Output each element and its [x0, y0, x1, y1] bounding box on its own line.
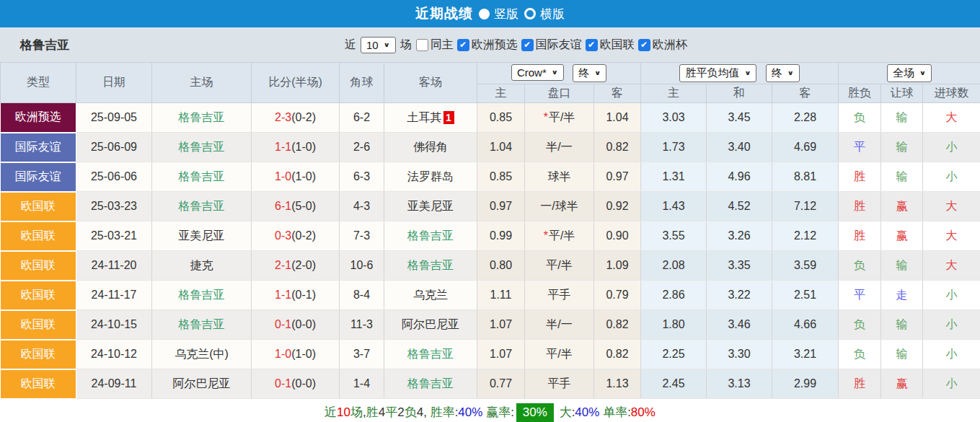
mean-lose-cell: 2.99 — [772, 369, 839, 399]
chevron-down-icon: ∨ — [594, 69, 601, 76]
mean-win-cell: 2.86 — [641, 281, 707, 310]
date-cell: 25-06-06 — [76, 162, 152, 192]
layout-radio-selected[interactable]: 竖版 — [479, 6, 518, 22]
recent-results-panel: 近期战绩 竖版横版 格鲁吉亚 近 10 ∨ 场 同主✔欧洲预选✔国际友谊✔欧国联… — [0, 0, 980, 422]
header-type: 类型 — [1, 63, 76, 103]
date-cell: 24-10-15 — [76, 310, 152, 340]
away-odds-cell: 0.97 — [594, 162, 641, 192]
scope-select[interactable]: 全场∨ — [887, 64, 932, 82]
type-cell: 欧国联 — [1, 310, 76, 340]
result-goals-value: 大 — [946, 229, 958, 242]
match-count-value: 10 — [366, 39, 379, 51]
home-team-name: 捷克 — [190, 259, 213, 271]
star-mark: * — [544, 229, 548, 242]
match-count-select[interactable]: 10 ∨ — [361, 37, 396, 53]
away-team-name: 土耳其 — [407, 111, 442, 123]
page-title: 近期战绩 — [415, 4, 473, 23]
corners-cell: 4-3 — [340, 192, 384, 221]
result-handicap-value: 输 — [896, 111, 908, 123]
result-wdl-value: 平 — [854, 289, 865, 301]
fulltime-score: 1-1 — [275, 289, 291, 301]
corners-cell: 2-6 — [340, 133, 384, 162]
table-row: 欧国联24-11-20捷克2-1(2-0)10-6格鲁吉亚0.80平/半1.09… — [1, 251, 980, 281]
halftime-score: (0-2) — [291, 229, 316, 242]
score-cell: 1-1(0-1) — [252, 281, 340, 310]
mean-win-cell: 3.03 — [641, 103, 707, 133]
table-row: 欧国联25-03-21亚美尼亚0-3(0-2)7-3格鲁吉亚0.99*平/半0.… — [1, 221, 980, 251]
type-cell: 欧国联 — [1, 251, 76, 281]
scope-value: 全场 — [893, 66, 914, 80]
mean-lose-cell: 2.28 — [772, 103, 839, 133]
result-wdl-value: 负 — [854, 348, 865, 360]
filter-checkbox-欧洲杯[interactable]: ✔欧洲杯 — [638, 38, 687, 53]
result-goals-value: 小 — [946, 289, 958, 301]
summary-segment: 30% — [516, 403, 554, 422]
corners-cell: 6-3 — [340, 162, 384, 192]
away-team-cell: 阿尔巴尼亚 — [384, 310, 477, 340]
checkbox-icon[interactable]: ✔ — [586, 39, 598, 51]
subheader-result-wdl: 胜负 — [839, 84, 881, 103]
result-wdl-cell: 负 — [839, 251, 881, 281]
mean-type-select[interactable]: 胜平负均值∨ — [679, 64, 756, 82]
summary-bar: 近10场,胜4平2负4, 胜率:40% 赢率:30% 大:40% 单率:80% — [0, 400, 980, 422]
corners-cell: 11-3 — [340, 310, 384, 340]
away-team-cell: 格鲁吉亚 — [384, 369, 477, 399]
scope-select-group: 全场∨ — [839, 63, 980, 84]
home-team-name: 乌克兰(中) — [175, 348, 229, 360]
odds-company-select[interactable]: Crow*∨ — [511, 64, 564, 81]
result-wdl-cell: 负 — [839, 310, 881, 340]
result-handicap-cell: 输 — [881, 310, 923, 340]
away-odds-cell: 0.92 — [594, 192, 641, 221]
fulltime-score: 2-3 — [275, 111, 291, 123]
star-mark: * — [544, 111, 548, 123]
chevron-down-icon: ∨ — [744, 69, 751, 76]
mean-win-cell: 3.55 — [641, 221, 707, 251]
type-cell: 欧国联 — [1, 281, 76, 310]
summary-segment: 4 — [417, 405, 423, 420]
handicap-value: 平/半 — [549, 229, 575, 242]
layout-radio-option[interactable]: 横版 — [524, 6, 565, 22]
checkbox-icon[interactable]: ✔ — [638, 39, 650, 51]
checkbox-icon[interactable]: ✔ — [521, 39, 534, 51]
checkbox-icon[interactable] — [416, 39, 428, 51]
halftime-score: (2-0) — [291, 259, 316, 271]
result-wdl-value: 胜 — [854, 170, 865, 183]
mean-lose-cell: 3.21 — [772, 340, 839, 369]
date-cell: 25-03-23 — [76, 192, 152, 221]
handicap-cell: *平/半 — [525, 221, 594, 251]
result-handicap-cell: 赢 — [881, 221, 923, 251]
filter-checkbox-国际友谊[interactable]: ✔国际友谊 — [521, 38, 582, 53]
away-odds-cell: 0.82 — [594, 133, 641, 162]
mean-lose-cell: 4.69 — [772, 133, 839, 162]
handicap-value: 平/半 — [546, 259, 572, 271]
table-row: 欧国联24-10-15格鲁吉亚0-1(0-0)11-3阿尔巴尼亚1.07半/一0… — [1, 310, 980, 340]
odds-time-select[interactable]: 终∨ — [573, 64, 606, 82]
odds-time-value: 终 — [578, 66, 589, 80]
layout-radio-group: 竖版横版 — [479, 6, 565, 22]
handicap-cell: 平手 — [525, 369, 594, 399]
checkbox-icon[interactable]: ✔ — [457, 39, 469, 51]
handicap-value: 半/一 — [546, 141, 572, 153]
filter-checkbox-欧洲预选[interactable]: ✔欧洲预选 — [457, 38, 518, 53]
home-team-name: 格鲁吉亚 — [179, 170, 225, 183]
handicap-cell: *平/半 — [525, 103, 594, 133]
mean-time-value: 终 — [772, 66, 782, 80]
result-goals-cell: 大 — [923, 251, 980, 281]
date-cell: 24-11-17 — [76, 281, 152, 310]
result-goals-cell: 小 — [923, 281, 980, 310]
handicap-cell: 半/一 — [525, 133, 594, 162]
handicap-value: 球半 — [548, 170, 571, 183]
result-handicap-cell: 赢 — [881, 369, 923, 399]
radio-icon[interactable] — [479, 9, 490, 19]
mean-time-select[interactable]: 终∨ — [766, 64, 800, 82]
result-goals-value: 小 — [946, 348, 958, 360]
halftime-score: (0-1) — [291, 289, 316, 301]
home-team-name: 格鲁吉亚 — [179, 318, 225, 330]
home-team-cell: 捷克 — [152, 251, 252, 281]
result-handicap-value: 输 — [896, 348, 908, 360]
filter-checkbox-同主[interactable]: 同主 — [416, 38, 454, 53]
filter-checkbox-欧国联[interactable]: ✔欧国联 — [586, 38, 635, 53]
team-name: 格鲁吉亚 — [20, 37, 69, 53]
mean-lose-cell: 8.81 — [772, 162, 839, 192]
radio-icon[interactable] — [524, 8, 536, 19]
